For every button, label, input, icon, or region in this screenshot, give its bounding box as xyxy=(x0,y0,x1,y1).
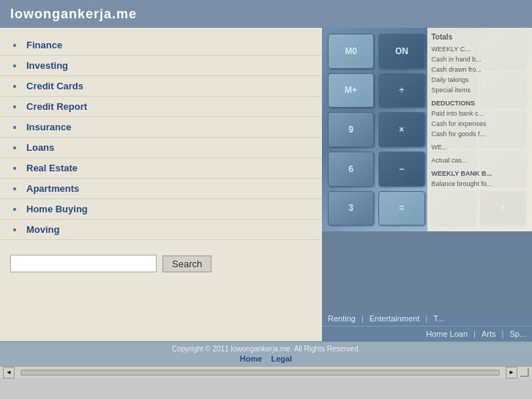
link-renting[interactable]: Renting xyxy=(328,314,356,323)
site-header: lowongankerja.me xyxy=(0,0,532,28)
nav-label: Investing xyxy=(26,60,68,71)
calc-key[interactable]: 3 xyxy=(328,191,374,226)
search-button[interactable]: Search xyxy=(162,256,211,272)
nav-bullet xyxy=(10,41,19,50)
sidebar-item-real-estate[interactable]: Real Estate xyxy=(0,158,322,179)
nav-list: Finance Investing Credit Cards Credit Re… xyxy=(0,35,322,240)
calc-key[interactable]: 6 xyxy=(328,152,374,187)
nav-bullet xyxy=(10,225,19,234)
nav-label: Loans xyxy=(26,142,54,153)
content-area: Finance Investing Credit Cards Credit Re… xyxy=(0,28,532,341)
nav-label: Insurance xyxy=(26,122,71,133)
nav-label: Home Buying xyxy=(26,204,88,215)
nav-bullet xyxy=(10,143,19,152)
nav-bullet xyxy=(10,123,19,132)
sidebar-item-credit-cards[interactable]: Credit Cards xyxy=(0,76,322,97)
sidebar-item-insurance[interactable]: Insurance xyxy=(0,117,322,138)
ledger-row: WEEKLY C... xyxy=(432,44,528,54)
search-input[interactable] xyxy=(10,255,157,272)
sidebar-item-finance[interactable]: Finance xyxy=(0,35,322,56)
calc-key[interactable]: − xyxy=(378,152,424,187)
search-area: Search xyxy=(0,240,322,287)
calc-key[interactable]: ON xyxy=(378,34,424,69)
nav-label: Real Estate xyxy=(26,163,78,174)
scroll-right-btn[interactable]: ► xyxy=(506,367,517,379)
link-t[interactable]: T... xyxy=(433,314,444,323)
sidebar-item-home-buying[interactable]: Home Buying xyxy=(0,199,322,220)
calc-key[interactable]: M+ xyxy=(328,73,374,108)
footer-link-legal[interactable]: Legal xyxy=(271,354,292,363)
nav-label: Credit Report xyxy=(26,101,87,112)
links-row-2: Home Loan | Arts | Sp... xyxy=(322,327,532,341)
sidebar-item-credit-report[interactable]: Credit Report xyxy=(0,97,322,117)
link-entertainment[interactable]: Entertainment xyxy=(370,314,419,323)
site-footer: Copyright © 2011 lowongankerja.me. All R… xyxy=(0,341,532,366)
ledger-row: WEEKLY BANK B... xyxy=(432,168,528,179)
ledger-row: DEDUCTIONS xyxy=(432,98,528,108)
nav-label: Moving xyxy=(26,224,60,235)
sidebar-item-investing[interactable]: Investing xyxy=(0,56,322,76)
calc-key[interactable]: 9 xyxy=(328,112,374,147)
sidebar-item-moving[interactable]: Moving xyxy=(0,220,322,240)
link-arts[interactable]: Arts xyxy=(482,329,496,338)
ledger-row: Balance brought fo... xyxy=(432,179,528,189)
scroll-left-btn[interactable]: ◄ xyxy=(3,367,15,379)
links-row-1: Renting | Entertainment | T... xyxy=(322,311,532,327)
nav-bullet xyxy=(10,102,19,111)
resize-grip[interactable] xyxy=(520,368,529,377)
bottom-links-bar: Renting | Entertainment | T... Home Loan… xyxy=(322,311,532,341)
nav-label: Credit Cards xyxy=(26,81,83,92)
nav-label: Finance xyxy=(26,40,62,51)
calc-key[interactable]: M0 xyxy=(328,34,374,69)
copyright-text: Copyright © 2011 lowongankerja.me. All R… xyxy=(3,345,529,353)
nav-bullet xyxy=(10,82,19,91)
nav-label: Apartments xyxy=(26,183,79,194)
ledger-row: WE... xyxy=(432,142,528,152)
sidebar: Finance Investing Credit Cards Credit Re… xyxy=(0,28,322,341)
footer-link-home[interactable]: Home xyxy=(240,354,263,363)
ledger-row: Actual cas... xyxy=(432,155,528,165)
ledger-row: Cash for goods f... xyxy=(432,129,528,139)
calc-key[interactable]: = xyxy=(378,191,424,226)
ledger-row: Daily takings xyxy=(432,75,528,85)
nav-bullet xyxy=(10,205,19,214)
calc-key[interactable]: ÷ xyxy=(378,73,424,108)
ledger-row: Paid into bank c... xyxy=(432,108,528,119)
scrollbar-track[interactable] xyxy=(20,370,500,376)
footer-links: Home Legal xyxy=(3,354,529,363)
ledger-title: Totals xyxy=(432,32,528,42)
site-title: lowongankerja.me xyxy=(10,7,137,22)
ledger-overlay: Totals WEEKLY C... Cash in hand b... Cas… xyxy=(427,28,533,231)
calc-key[interactable]: × xyxy=(378,112,424,147)
ledger-row: Special items xyxy=(432,85,528,95)
right-panel: M0ONM+÷9×6−3=+ Totals WEEKLY C... Cash i… xyxy=(322,28,532,341)
ledger-row: Cash drawn fro... xyxy=(432,64,528,75)
link-sp[interactable]: Sp... xyxy=(509,329,526,338)
nav-bullet xyxy=(10,164,19,173)
link-home-loan[interactable]: Home Loan xyxy=(426,329,468,338)
sidebar-item-loans[interactable]: Loans xyxy=(0,138,322,158)
nav-bullet xyxy=(10,184,19,193)
ledger-row: Cash for expenses xyxy=(432,119,528,129)
nav-bullet xyxy=(10,61,19,70)
sidebar-item-apartments[interactable]: Apartments xyxy=(0,179,322,199)
ledger-row: Cash in hand b... xyxy=(432,54,528,64)
browser-bottom-chrome: ◄ ► xyxy=(0,366,532,378)
